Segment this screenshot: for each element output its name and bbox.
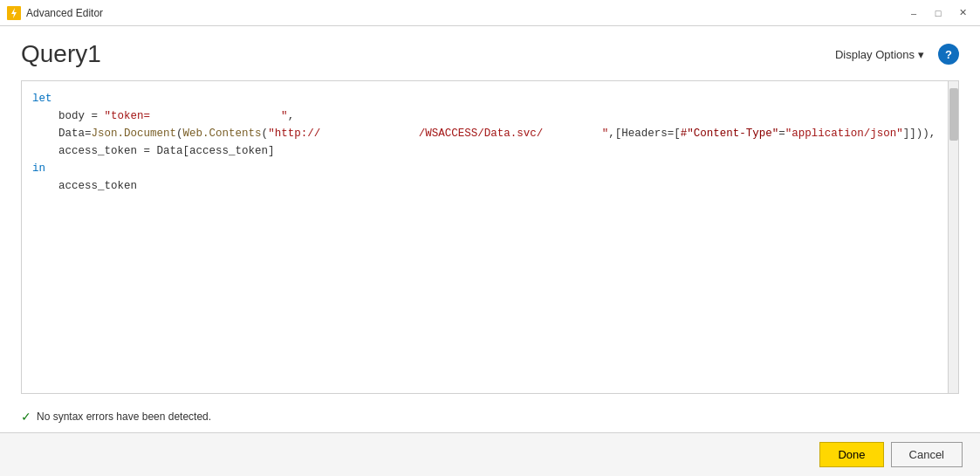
main-area: Query1 Display Options ▾ ? let body = "t…	[0, 26, 980, 432]
scrollbar[interactable]	[948, 81, 958, 393]
header-row: Query1 Display Options ▾ ?	[21, 40, 959, 68]
code-line-4: access_token = Data[access_token]	[32, 142, 937, 160]
status-message: No syntax errors have been detected.	[37, 410, 211, 423]
editor-content[interactable]: let body = "token= ", Data=Json.Document…	[22, 81, 948, 393]
code-line-6: access_token	[32, 177, 937, 195]
display-options-button[interactable]: Display Options ▾	[830, 45, 929, 65]
status-check-icon: ✓	[21, 410, 31, 424]
code-line-2: body = "token= ",	[32, 107, 937, 125]
header-right: Display Options ▾ ?	[830, 44, 959, 65]
query-title: Query1	[21, 40, 101, 68]
maximize-button[interactable]: □	[928, 4, 949, 22]
editor-container: let body = "token= ", Data=Json.Document…	[21, 80, 959, 394]
dropdown-arrow-icon: ▾	[918, 48, 924, 61]
code-line-3: Data=Json.Document(Web.Contents("http://…	[32, 125, 937, 142]
footer: Done Cancel	[0, 432, 980, 476]
cancel-button[interactable]: Cancel	[891, 442, 963, 467]
done-button[interactable]: Done	[819, 442, 883, 467]
help-button[interactable]: ?	[938, 44, 959, 65]
title-bar-controls: – □ ✕	[903, 4, 973, 22]
title-bar: Advanced Editor – □ ✕	[0, 0, 980, 26]
app-icon	[7, 6, 21, 20]
status-bar: ✓ No syntax errors have been detected.	[21, 403, 959, 432]
code-line-5: in	[32, 160, 937, 177]
close-button[interactable]: ✕	[952, 4, 973, 22]
display-options-label: Display Options	[835, 48, 915, 61]
code-line-1: let	[32, 90, 937, 107]
scrollbar-thumb[interactable]	[949, 88, 958, 141]
minimize-button[interactable]: –	[903, 4, 924, 22]
title-bar-text: Advanced Editor	[26, 7, 903, 19]
